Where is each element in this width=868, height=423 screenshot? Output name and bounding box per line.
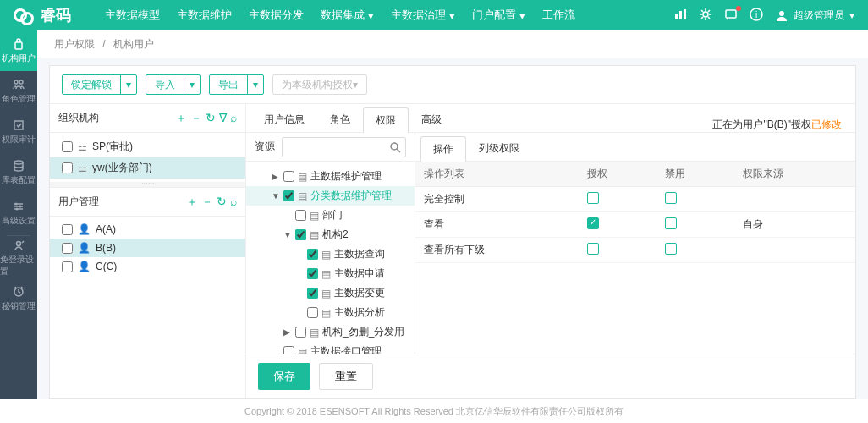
ops-tab[interactable]: 操作 xyxy=(420,136,466,162)
gear-icon[interactable] xyxy=(699,8,712,24)
checkbox[interactable] xyxy=(307,249,318,260)
toolbar: 锁定解锁▾ 导入▾ 导出▾ 为本级机构授权 ▾ xyxy=(50,66,855,104)
chevron-down-icon: ▾ xyxy=(849,9,854,21)
resource-item[interactable]: ▤部门 xyxy=(246,206,415,225)
checkbox[interactable] xyxy=(283,346,294,354)
remove-icon[interactable]: － xyxy=(201,195,213,210)
tree-caret-icon[interactable]: ▼ xyxy=(283,230,292,239)
refresh-icon[interactable]: ↻ xyxy=(206,111,216,126)
import-button[interactable]: 导入▾ xyxy=(146,74,201,95)
sidebar-item-secret[interactable]: 秘钥管理 xyxy=(0,278,37,319)
tab-权限[interactable]: 权限 xyxy=(363,107,409,133)
deny-checkbox[interactable] xyxy=(665,192,677,204)
checkbox[interactable] xyxy=(307,288,318,299)
org-item[interactable]: ⚍yw(业务部门) xyxy=(50,157,245,179)
chart-icon[interactable] xyxy=(673,8,687,24)
reset-button[interactable]: 重置 xyxy=(319,363,373,390)
logo-icon xyxy=(14,8,34,22)
search-icon[interactable]: ⌕ xyxy=(230,111,237,126)
checkbox[interactable] xyxy=(307,268,318,279)
search-icon[interactable] xyxy=(389,141,401,153)
svg-point-7 xyxy=(779,11,784,16)
sidebar-item-db-config[interactable]: 库表配置 xyxy=(0,152,37,193)
brand-logo[interactable]: 睿码 xyxy=(14,5,71,25)
add-icon[interactable]: ＋ xyxy=(175,111,187,126)
nav-item[interactable]: 工作流 xyxy=(542,8,575,23)
user-icon: 👤 xyxy=(78,242,91,254)
checkbox[interactable] xyxy=(295,210,306,221)
sidebar-item-role-mgmt[interactable]: 角色管理 xyxy=(0,71,37,112)
tree-caret-icon[interactable]: ▼ xyxy=(272,191,280,201)
node-icon: ▤ xyxy=(321,307,331,319)
user-icon xyxy=(775,8,788,22)
checkbox[interactable] xyxy=(283,171,294,182)
tab-角色[interactable]: 角色 xyxy=(317,107,363,132)
checkbox[interactable] xyxy=(295,229,306,240)
search-input[interactable] xyxy=(282,137,406,157)
tab-用户信息[interactable]: 用户信息 xyxy=(251,107,317,132)
tab-高级[interactable]: 高级 xyxy=(409,107,454,132)
nav-item[interactable]: 主数据维护 xyxy=(177,8,232,23)
checkbox[interactable] xyxy=(62,261,73,272)
tree-caret-icon[interactable]: ▶ xyxy=(272,172,280,181)
refresh-icon[interactable]: ↻ xyxy=(217,195,227,210)
breadcrumb-a[interactable]: 用户权限 xyxy=(54,38,95,50)
nav-item[interactable]: 主数据模型 xyxy=(105,8,160,23)
resource-item[interactable]: ▶▤主数据维护管理 xyxy=(246,167,415,186)
svg-point-17 xyxy=(19,206,22,208)
checkbox[interactable] xyxy=(62,162,73,173)
resource-item[interactable]: ▶▤机构_勿删_分发用 xyxy=(246,322,415,342)
save-button[interactable]: 保存 xyxy=(258,363,310,390)
resource-item[interactable]: ▼▤分类数据维护管理 xyxy=(246,186,415,206)
checkbox[interactable] xyxy=(307,307,318,318)
checkbox[interactable] xyxy=(295,327,306,338)
org-item[interactable]: ⚍SP(审批) xyxy=(50,136,245,157)
checkbox[interactable] xyxy=(62,224,73,235)
export-button[interactable]: 导出▾ xyxy=(209,74,264,95)
checkbox[interactable] xyxy=(62,141,73,152)
nav-item[interactable]: 主数据治理 ▾ xyxy=(391,8,455,23)
auth-checkbox[interactable] xyxy=(587,217,599,229)
deny-checkbox[interactable] xyxy=(665,217,677,229)
org-panel-header: 组织机构 ＋ － ↻ ∇ ⌕ xyxy=(50,104,245,133)
message-icon[interactable] xyxy=(724,8,738,24)
resource-item[interactable]: ▤主数据接口管理 xyxy=(246,342,415,354)
top-right: i 超级管理员 ▾ xyxy=(673,8,854,24)
remove-icon[interactable]: － xyxy=(190,111,202,126)
checkbox[interactable] xyxy=(62,243,73,254)
lock-button[interactable]: 锁定解锁▾ xyxy=(62,74,137,95)
resource-item[interactable]: ▤主数据查询 xyxy=(246,244,415,264)
ops-tab[interactable]: 列级权限 xyxy=(466,135,532,161)
nav-item[interactable]: 主数据分发 xyxy=(249,8,304,23)
resource-item[interactable]: ▤主数据变更 xyxy=(246,283,415,303)
right-column: 用户信息角色权限高级 正在为用户"B(B)"授权已修改 资源 xyxy=(246,104,855,398)
footer: Copyright © 2018 ESENSOFT All Rights Res… xyxy=(0,399,868,423)
nav-item[interactable]: 数据集成 ▾ xyxy=(321,8,374,23)
user-panel-header: 用户管理 ＋ － ↻ ⌕ xyxy=(50,188,245,217)
svg-rect-11 xyxy=(14,121,23,129)
user-item[interactable]: 👤A(A) xyxy=(50,220,245,239)
resource-item[interactable]: ▤主数据申请 xyxy=(246,264,415,283)
auth-checkbox[interactable] xyxy=(587,192,599,204)
sidebar-item-perm-audit[interactable]: 权限审计 xyxy=(0,112,37,152)
sidebar-item-adv-settings[interactable]: 高级设置 xyxy=(0,193,37,233)
resource-item[interactable]: ▤主数据分析 xyxy=(246,303,415,322)
filter-icon[interactable]: ∇ xyxy=(219,111,227,126)
nav-item[interactable]: 门户配置 ▾ xyxy=(472,8,525,23)
user-item[interactable]: 👤C(C) xyxy=(50,257,245,276)
chevron-down-icon: ▾ xyxy=(184,75,200,94)
add-icon[interactable]: ＋ xyxy=(186,195,198,210)
search-icon[interactable]: ⌕ xyxy=(230,195,237,210)
resource-item[interactable]: ▼▤机构2 xyxy=(246,225,415,244)
content: 锁定解锁▾ 导入▾ 导出▾ 为本级机构授权 ▾ 组织机构 ＋ － ↻ ∇ xyxy=(49,65,856,399)
chevron-down-icon: ▾ xyxy=(368,9,374,22)
user-item[interactable]: 👤B(B) xyxy=(50,239,245,257)
info-icon[interactable]: i xyxy=(750,8,763,24)
checkbox[interactable] xyxy=(283,190,294,201)
user-menu[interactable]: 超级管理员 ▾ xyxy=(775,8,854,23)
deny-checkbox[interactable] xyxy=(665,243,677,255)
sidebar-item-org-user[interactable]: 机构用户 xyxy=(0,30,37,71)
auth-checkbox[interactable] xyxy=(587,243,599,255)
sidebar-item-nologin[interactable]: 免登录设置 xyxy=(0,238,37,278)
tree-caret-icon[interactable]: ▶ xyxy=(283,327,292,337)
